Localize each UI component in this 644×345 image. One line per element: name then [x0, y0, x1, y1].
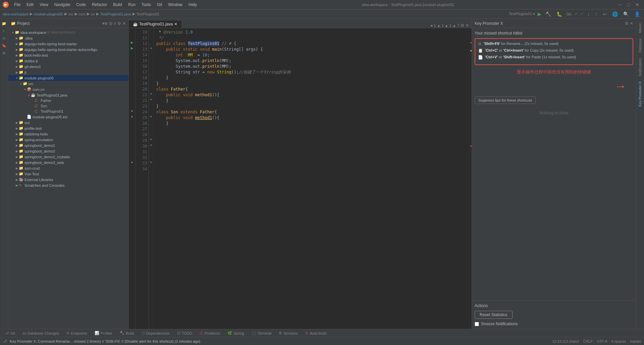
tab-profiler[interactable]: 📊 Profiler	[91, 330, 116, 336]
menu-code[interactable]: Code	[73, 2, 89, 8]
sort-icon[interactable]: ≡	[114, 21, 116, 26]
tree-testplugins-file[interactable]: ▾ ☕ TestPlugins01.java	[8, 92, 128, 98]
tab-close-icon[interactable]: ✕	[174, 22, 177, 26]
menu-tools[interactable]: Tools	[139, 2, 154, 8]
tree-iml[interactable]: 📄 module-plugins05.iml	[8, 114, 128, 120]
editor-scrollbar[interactable]	[469, 28, 472, 329]
tree-boot[interactable]: ▶ 📁 boot-hello-test	[8, 52, 128, 58]
reset-statistics-button[interactable]: Reset Statistics	[475, 311, 513, 319]
run-gutter-25[interactable]: ●	[129, 114, 135, 119]
menu-navigate[interactable]: Navigate	[52, 2, 73, 8]
tree-src[interactable]: ▾ 📁 src	[8, 81, 128, 87]
build-button[interactable]: 🔨	[544, 11, 552, 17]
notifications-label[interactable]: Notifications	[638, 57, 642, 77]
tree-vue[interactable]: ▶ 📁 Vue-Test	[8, 171, 128, 177]
breadcrumb-root[interactable]: idea-workspace	[3, 12, 29, 16]
editor-tab-testplugins[interactable]: ☕ TestPlugins01.java ✕	[129, 20, 182, 28]
tree-son[interactable]: C Son	[8, 103, 128, 109]
breadcrumb-com[interactable]: com	[79, 12, 86, 16]
pull-requests-icon[interactable]: ⊙	[1, 35, 7, 42]
editor-settings-icon[interactable]: ⚙	[461, 23, 464, 28]
tree-jt[interactable]: ▶ 📁 jt	[8, 69, 128, 75]
breadcrumb-cn[interactable]: cn	[91, 12, 95, 16]
git-checkmark1[interactable]: ✓	[575, 12, 578, 16]
fold-28[interactable]: ▾	[150, 138, 152, 141]
fold-21[interactable]: ▾	[150, 92, 152, 96]
tree-ssm[interactable]: ▶ 📁 ssm-crud	[8, 165, 128, 171]
run-gutter-13[interactable]: ▶	[129, 45, 135, 51]
tree-profile[interactable]: ▶ 📁 profile-test	[8, 125, 128, 131]
editor-close-icon[interactable]: ✕	[466, 23, 469, 28]
tree-scratches[interactable]: ▶ ✏ Scratches and Consoles	[8, 182, 128, 188]
run-button[interactable]: ▶	[538, 11, 541, 17]
menu-refactor[interactable]: Refactor	[89, 2, 110, 8]
run-gutter-12[interactable]: ▶	[129, 40, 135, 45]
tab-endpoints[interactable]: ⊙ Endpoints	[63, 330, 91, 336]
tree-comcn[interactable]: ▾ 📦 com.cn	[8, 87, 128, 92]
project-icon[interactable]: 📁	[1, 20, 7, 27]
tree-idea[interactable]: ▶ 📁 .idea	[8, 35, 128, 41]
tree-sb3[interactable]: ▶ 📁 springboot_demo3_web	[8, 160, 128, 165]
cursor-position[interactable]: 12:23 (13 chars)	[552, 339, 579, 343]
tab-auto-build[interactable]: ⚠ Auto-build	[302, 330, 330, 336]
snooze-checkbox[interactable]	[475, 322, 479, 326]
breadcrumb-class[interactable]: TestPlugins01	[137, 12, 160, 16]
tree-testplugins-class[interactable]: C TestPlugins01	[8, 109, 128, 114]
code-editor[interactable]: * @Version 1.0 */ public class TestPlugi…	[154, 28, 469, 329]
markers-icon[interactable]: ● 1 ▲ 1 ▲ 1 ▲ 7	[431, 23, 459, 27]
fold-29[interactable]: ▾	[150, 143, 152, 147]
maven-label[interactable]: Maven	[638, 21, 642, 34]
kpx-settings-icon[interactable]: ⚙	[625, 21, 629, 26]
fold-32[interactable]: ▾	[150, 161, 152, 164]
menu-git[interactable]: Git	[154, 2, 165, 8]
fold-13[interactable]: ▾	[150, 47, 152, 50]
indent-info[interactable]: 4 spaces	[611, 339, 626, 343]
structure-icon[interactable]: ⊞	[1, 50, 7, 56]
tab-db-changes[interactable]: 🗃 Database Changes	[19, 331, 62, 336]
tree-git[interactable]: ▶ 📁 git-demo1	[8, 64, 128, 69]
tree-spring-ann[interactable]: ▶ 📁 spring-annotation	[8, 137, 128, 142]
git-checkmark2[interactable]: ✓	[580, 12, 583, 16]
menu-file[interactable]: File	[11, 2, 23, 8]
tree-sb2m[interactable]: ▶ 📁 springboot_demo2_mybatis	[8, 154, 128, 160]
tree-root[interactable]: ▾ 📁 idea-workspace E:\idea-workspace	[8, 30, 128, 35]
maximize-button[interactable]: □	[625, 2, 632, 7]
kpx-close-icon[interactable]: ✕	[630, 21, 633, 26]
branch-name[interactable]: master	[630, 339, 641, 343]
push-button[interactable]: ↑	[594, 11, 599, 17]
minimize-button[interactable]: ─	[616, 2, 624, 7]
database-label[interactable]: Database	[638, 37, 642, 54]
tree-out[interactable]: ▶ 📁 out	[8, 120, 128, 125]
tab-dependencies[interactable]: ⬡ Dependencies	[138, 330, 173, 336]
profile-btn2[interactable]: 👤	[633, 11, 641, 17]
tab-spring[interactable]: 🌿 Spring	[224, 330, 248, 336]
tree-atguigu1[interactable]: ▶ 📁 atguigu-hello-spring-boot-starter	[8, 41, 128, 47]
tree-sb1[interactable]: ▶ 📁 springboot_demo1	[8, 142, 128, 148]
menu-edit[interactable]: Edit	[24, 2, 36, 8]
line-ending[interactable]: CRLF	[583, 339, 593, 343]
revert-button[interactable]: ↩	[601, 11, 608, 17]
tree-rabbitmq[interactable]: ▶ 📁 rabbitmq-hello	[8, 131, 128, 137]
bookmarks-icon[interactable]: 🔖	[1, 42, 7, 49]
collapse-icon[interactable]: ⊟	[109, 21, 112, 26]
tree-module[interactable]: ▾ 📁 module-plugins05	[8, 75, 128, 81]
update-button[interactable]: ↓	[586, 11, 591, 17]
tab-git[interactable]: ⎇ Git	[1, 330, 18, 336]
tab-build[interactable]: 🔨 Build	[116, 330, 137, 336]
profile-selector[interactable]: TestPlugins01 ▾	[509, 12, 535, 16]
tree-sb2[interactable]: ▶ 📁 springboot_demo2	[8, 148, 128, 154]
debug-button[interactable]: 🐛	[555, 11, 564, 17]
fold-25[interactable]: ▾	[150, 115, 152, 118]
settings-icon[interactable]: ⚙	[117, 21, 121, 26]
tab-services[interactable]: ⚙ Services	[275, 330, 301, 336]
tab-terminal[interactable]: ⬛ Terminal	[248, 330, 275, 336]
breadcrumb-src[interactable]: src	[68, 12, 73, 16]
menu-help[interactable]: Help	[186, 2, 200, 8]
close-panel-icon[interactable]: ✕	[122, 21, 126, 26]
menu-window[interactable]: Window	[165, 2, 185, 8]
tree-ext-libs[interactable]: ▶ 📚 External Libraries	[8, 177, 128, 182]
search-button[interactable]: 🔍	[622, 11, 630, 17]
tab-todo[interactable]: ☑ TODO	[174, 330, 196, 336]
translate-button[interactable]: 🌐	[611, 11, 619, 17]
fold-22[interactable]: ▾	[150, 98, 152, 101]
